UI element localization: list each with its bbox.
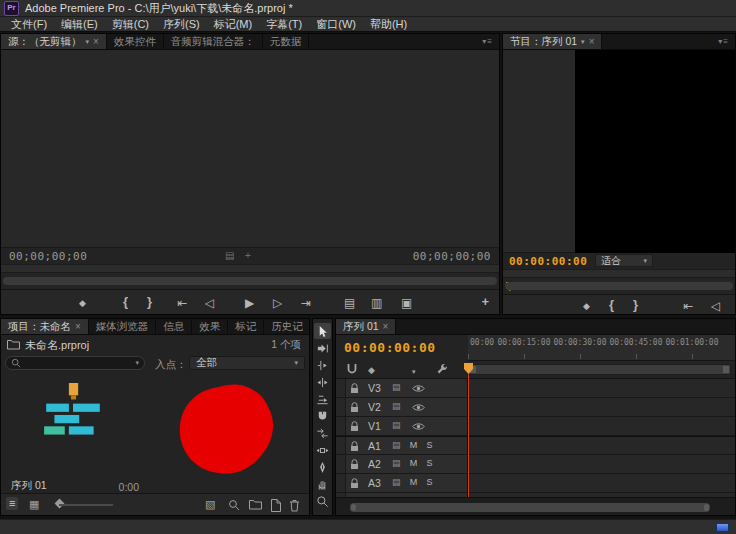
zoom-slider[interactable] [59,504,113,506]
go-to-out-button[interactable]: ⇥ [301,296,311,310]
close-icon[interactable]: × [383,322,389,332]
track-lane-a3[interactable] [468,474,735,492]
track-lane-a1[interactable] [468,437,735,454]
automate-to-sequence-button[interactable]: ▧ [205,498,215,511]
solo-button[interactable]: S [424,477,435,487]
display-style-icon[interactable]: ▤ [392,458,401,468]
eye-icon[interactable] [412,403,425,412]
timeline-ruler[interactable]: 00:00 00:00:15:00 00:00:30:00 00:00:45:0… [468,335,735,361]
search-input[interactable] [24,357,132,370]
program-time-ruler[interactable] [503,269,735,278]
source-zoom-scrollbar[interactable] [1,273,499,289]
razor-tool-button[interactable] [314,408,331,424]
safe-margins-icon[interactable]: ▤ [225,250,234,261]
hand-tool-button[interactable] [314,476,331,492]
new-bin-button[interactable] [249,499,262,510]
add-marker-button[interactable]: ◆ [583,299,590,313]
list-view-button[interactable]: ≡ [6,497,18,510]
tab-effects[interactable]: 效果 [192,319,228,334]
tab-timeline-sequence[interactable]: 序列 01 × [336,319,396,334]
marker-icon[interactable]: ◆ [368,364,375,376]
track-name[interactable]: A3 [368,477,381,489]
go-to-in-button[interactable]: ⇤ [683,299,693,313]
mark-in-button[interactable]: { [609,298,614,312]
output-settings-icon[interactable]: + [245,250,251,261]
tab-program[interactable]: 节目：序列 01 ▾ × [503,34,602,49]
eye-icon[interactable] [412,384,425,393]
tab-metadata[interactable]: 元数据 [263,34,310,49]
menu-help[interactable]: 帮助(H) [363,17,414,32]
chevron-down-icon[interactable]: ▾ [412,366,416,378]
lock-icon[interactable] [350,421,359,432]
menu-window[interactable]: 窗口(W) [309,17,363,32]
tab-audio-clip-mixer[interactable]: 音频剪辑混合器： [164,34,263,49]
overwrite-button[interactable]: ▥ [371,296,382,310]
display-style-icon[interactable]: ▤ [392,382,401,392]
project-item-sequence[interactable]: 序列 01 0:00 [5,371,149,495]
selection-tool-button[interactable] [314,323,331,339]
mute-button[interactable]: M [408,440,419,450]
source-time-ruler[interactable] [1,264,499,273]
in-point-filter-select[interactable]: 全部 ▾ [189,356,305,370]
program-zoom-scrollbar[interactable] [503,278,735,294]
track-name[interactable]: V3 [368,382,381,394]
scrollbar-thumb[interactable] [505,282,733,290]
icon-view-button[interactable]: ▦ [29,498,39,511]
solo-button[interactable]: S [424,440,435,450]
slide-tool-button[interactable] [314,442,331,458]
insert-button[interactable]: ▤ [344,296,355,310]
status-blue-icon[interactable] [716,523,729,532]
mark-in-button[interactable]: { [123,295,128,309]
lock-icon[interactable] [350,383,359,394]
project-search-box[interactable]: ▾ [5,356,145,370]
project-file-name[interactable]: 未命名.prproj [25,338,89,353]
wrench-icon[interactable] [436,363,448,375]
new-item-button[interactable] [270,499,281,512]
mute-button[interactable]: M [408,458,419,468]
track-lane-v3[interactable] [468,379,735,397]
close-icon[interactable]: × [75,322,81,332]
sequence-item-label[interactable]: 序列 01 [11,479,47,493]
lock-icon[interactable] [350,459,359,470]
rate-stretch-tool-button[interactable] [314,391,331,407]
tab-media-browser[interactable]: 媒体浏览器 [89,319,157,334]
export-frame-button[interactable]: ▣ [401,296,412,310]
menu-title[interactable]: 字幕(T) [259,17,309,32]
lock-icon[interactable] [350,478,359,489]
track-name[interactable]: A1 [368,440,381,452]
tab-history[interactable]: 历史记 [264,319,310,334]
rolling-edit-tool-button[interactable] [314,374,331,390]
display-style-icon[interactable]: ▤ [392,477,401,487]
lock-icon[interactable] [350,402,359,413]
timeline-scrollbar-thumb[interactable] [350,503,710,512]
panel-menu-icon[interactable]: ▾≡ [712,34,735,49]
lock-icon[interactable] [350,441,359,452]
source-position-timecode[interactable]: 00;00;00;00 [9,250,87,263]
step-back-button[interactable]: ◁ [711,299,720,313]
play-button[interactable]: ▶ [245,296,254,310]
step-forward-button[interactable]: ▷ [273,296,282,310]
timeline-position-timecode[interactable]: 00:00:00:00 [344,340,436,355]
mark-out-button[interactable]: } [147,295,152,309]
panel-menu-icon[interactable]: ▾≡ [476,34,499,49]
tab-project[interactable]: 项目：未命名 × [1,319,89,334]
display-style-icon[interactable]: ▤ [392,401,401,411]
track-lane-v2[interactable] [468,398,735,416]
work-area-bar[interactable] [468,364,731,375]
chevron-down-icon[interactable]: ▾ [581,38,585,46]
track-lane-v1[interactable] [468,417,735,435]
mute-button[interactable]: M [408,477,419,487]
chevron-down-icon[interactable]: ▾ [135,359,139,367]
slip-tool-button[interactable] [314,425,331,441]
solo-button[interactable]: S [424,458,435,468]
add-marker-button[interactable]: ◆ [79,296,86,310]
ripple-edit-tool-button[interactable] [314,357,331,373]
button-editor-button[interactable]: + [481,295,489,309]
track-select-tool-button[interactable] [314,340,331,356]
track-name[interactable]: V1 [368,420,381,432]
menu-edit[interactable]: 编辑(E) [54,17,105,32]
tab-effect-controls[interactable]: 效果控件 [107,34,164,49]
eye-icon[interactable] [412,422,425,431]
display-style-icon[interactable]: ▤ [392,440,401,450]
menu-marker[interactable]: 标记(M) [207,17,260,32]
